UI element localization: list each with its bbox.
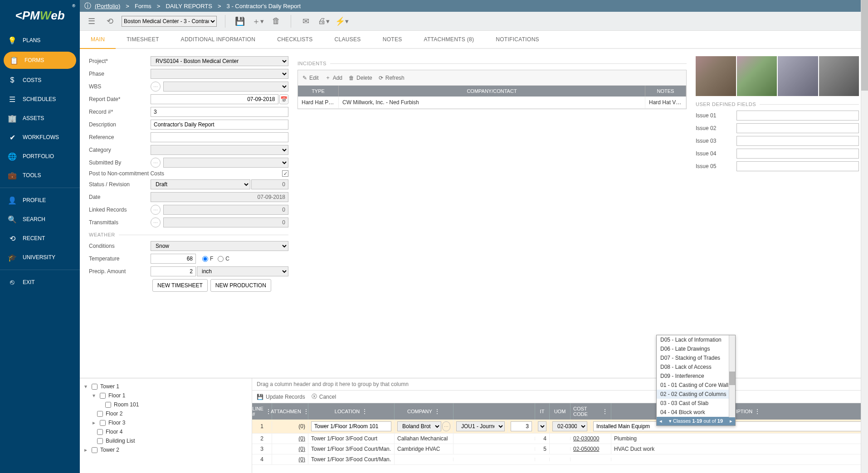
grid-cell[interactable]: (0) xyxy=(272,454,308,464)
tree-checkbox[interactable] xyxy=(100,420,106,426)
tree-label[interactable]: Floor 3 xyxy=(108,420,125,426)
tree-toggle[interactable]: ▾ xyxy=(84,383,89,390)
company-more-icon[interactable]: ⋯ xyxy=(442,421,450,431)
incident-add-button[interactable]: ＋Add xyxy=(325,74,342,82)
submitted-more-icon[interactable]: ⋯ xyxy=(151,158,161,168)
tree-label[interactable]: Floor 2 xyxy=(106,410,122,417)
incident-th-notes[interactable]: NOTES xyxy=(645,86,686,97)
dropdown-option[interactable]: D08 - Lack of Access xyxy=(657,362,735,372)
grid-th-company[interactable]: COMPANY⋮ xyxy=(395,403,454,420)
tab-additional[interactable]: ADDITIONAL INFORMATION xyxy=(170,31,267,48)
submitted-by-field[interactable] xyxy=(163,158,288,168)
grid-row[interactable]: 2 (0) Tower 1/Floor 3/Food Court Callaha… xyxy=(252,434,868,444)
list-icon[interactable]: ☰ xyxy=(85,15,98,28)
dropdown-option[interactable]: D06 - Late Drawings xyxy=(657,344,735,353)
category-field[interactable] xyxy=(151,145,288,155)
issue04-field[interactable] xyxy=(736,149,859,159)
grid-th-location[interactable]: LOCATION⋮ xyxy=(308,403,395,420)
issue01-field[interactable] xyxy=(736,111,859,121)
tab-main[interactable]: MAIN xyxy=(80,31,116,49)
temp-unit-c[interactable]: C xyxy=(218,256,229,262)
nav-forms[interactable]: 📋FORMS xyxy=(4,52,76,69)
grid-cell[interactable]: (0) xyxy=(272,444,308,454)
tree-label[interactable]: Floor 4 xyxy=(106,429,122,435)
temp-unit-f[interactable]: F xyxy=(202,256,213,262)
incident-th-type[interactable]: TYPE xyxy=(298,86,339,97)
nav-exit[interactable]: ⎋EXIT xyxy=(0,273,80,292)
uom-select[interactable]: cy xyxy=(538,421,546,431)
grid-th-blank[interactable] xyxy=(454,403,535,420)
issue03-field[interactable] xyxy=(736,136,859,146)
nav-tools[interactable]: 💼TOOLS xyxy=(0,166,80,185)
tab-checklists[interactable]: CHECKLISTS xyxy=(266,31,323,48)
mail-icon[interactable]: ✉ xyxy=(299,15,312,28)
nav-profile[interactable]: 👤PROFILE xyxy=(0,191,80,210)
tab-attachments[interactable]: ATTACHMENTS (8) xyxy=(413,31,485,48)
thumbnail[interactable] xyxy=(737,56,777,96)
tab-timesheet[interactable]: TIMESHEET xyxy=(116,31,170,48)
classification-select[interactable]: JOU1 - Journeyman 1 xyxy=(456,421,505,431)
transmittals-more-icon[interactable]: ⋯ xyxy=(151,217,161,227)
grid-th-line[interactable]: LINE #⋮ xyxy=(252,403,272,420)
nav-assets[interactable]: 🏢ASSETS xyxy=(0,109,80,128)
post-noncommit-checkbox[interactable]: ✓ xyxy=(282,170,288,177)
grid-cell[interactable]: (0) xyxy=(272,434,308,444)
tree-toggle[interactable]: ▾ xyxy=(93,392,97,399)
grid-cell[interactable]: (0) xyxy=(272,421,308,431)
delete-icon[interactable]: 🗑 xyxy=(270,15,283,28)
cancel-button[interactable]: ⓧCancel xyxy=(312,393,336,401)
tree-checkbox[interactable] xyxy=(97,429,103,435)
tab-notifications[interactable]: NOTIFICATIONS xyxy=(485,31,550,48)
tree-label[interactable]: Building List xyxy=(106,438,135,444)
temperature-field[interactable] xyxy=(151,254,196,264)
tree-label[interactable]: Room 101 xyxy=(114,401,139,408)
tree-checkbox[interactable] xyxy=(92,384,98,390)
issue05-field[interactable] xyxy=(736,161,859,171)
bolt-icon[interactable]: ⚡▾ xyxy=(336,15,348,28)
location-input[interactable] xyxy=(311,421,391,431)
tree-checkbox[interactable] xyxy=(105,402,111,408)
costcode-select[interactable]: 02-030000 xyxy=(552,421,587,431)
thumbnail[interactable] xyxy=(778,56,818,96)
incident-th-company[interactable]: COMPANY/CONTACT xyxy=(339,86,645,97)
grid-row[interactable]: 1 (0) Boland Brothers⋯ JOU1 - Journeyman… xyxy=(252,420,868,434)
add-icon[interactable]: ＋▾ xyxy=(252,15,264,28)
wbs-more-icon[interactable]: ⋯ xyxy=(151,82,161,92)
dropdown-option[interactable]: D07 - Stacking of Trades xyxy=(657,353,735,362)
company-select[interactable]: Boland Brothers xyxy=(397,421,441,431)
grid-group-drop[interactable]: Drag a column header and drop it here to… xyxy=(252,378,868,391)
nav-workflows[interactable]: ✔WORKFLOWS xyxy=(0,128,80,147)
nav-schedules[interactable]: ☰SCHEDULES xyxy=(0,90,80,109)
report-date-field[interactable] xyxy=(151,94,278,104)
nav-search[interactable]: 🔍SEARCH xyxy=(0,210,80,229)
save-icon[interactable]: 💾 xyxy=(234,15,246,28)
new-production-button[interactable]: NEW PRODUCTION xyxy=(210,279,271,292)
nav-plans[interactable]: 💡PLANS xyxy=(0,31,80,50)
dropdown-option[interactable]: 04 - 04 Block work xyxy=(657,408,735,417)
linked-more-icon[interactable]: ⋯ xyxy=(151,205,161,215)
tab-clauses[interactable]: CLAUSES xyxy=(324,31,372,48)
dropdown-option[interactable]: 02 - 02 Casting of Columns xyxy=(657,390,735,399)
info-icon[interactable]: ⓘ xyxy=(84,2,91,10)
update-records-button[interactable]: 💾Update Records xyxy=(257,393,305,401)
breadcrumb-portfolio[interactable]: (Portfolio) xyxy=(95,3,120,10)
incident-row[interactable]: Hard Hat Protec CW Millwork, Inc. - Ned … xyxy=(298,97,686,109)
tree-checkbox[interactable] xyxy=(97,438,103,444)
incident-refresh-button[interactable]: ⟳Refresh xyxy=(379,74,405,82)
new-timesheet-button[interactable]: NEW TIMESHEET xyxy=(152,279,208,292)
grid-th-uom[interactable]: UOM xyxy=(550,403,571,420)
classification-dropdown[interactable]: D05 - Lack of Information D06 - Late Dra… xyxy=(656,335,736,426)
dropdown-option[interactable]: 01 - 01 Casting of Core Walls xyxy=(657,381,735,390)
precip-amount-field[interactable] xyxy=(151,266,196,276)
tree-label[interactable]: Tower 2 xyxy=(100,447,119,453)
tree-label[interactable]: Tower 1 xyxy=(100,383,119,390)
nav-university[interactable]: 🎓UNIVERSITY xyxy=(0,248,80,267)
tree-toggle[interactable]: ▸ xyxy=(84,447,89,453)
thumbnail[interactable] xyxy=(696,56,736,96)
calendar-icon[interactable] xyxy=(279,94,288,104)
tree-checkbox[interactable] xyxy=(100,393,106,399)
incident-delete-button[interactable]: 🗑Delete xyxy=(349,74,372,82)
nav-portfolio[interactable]: 🌐PORTFOLIO xyxy=(0,147,80,166)
grid-th-attach[interactable]: ATTACHMEN⋮ xyxy=(272,403,308,420)
grid-row[interactable]: 3 (0) Tower 1/Floor 3/Food Court/Man. Ca… xyxy=(252,444,868,454)
